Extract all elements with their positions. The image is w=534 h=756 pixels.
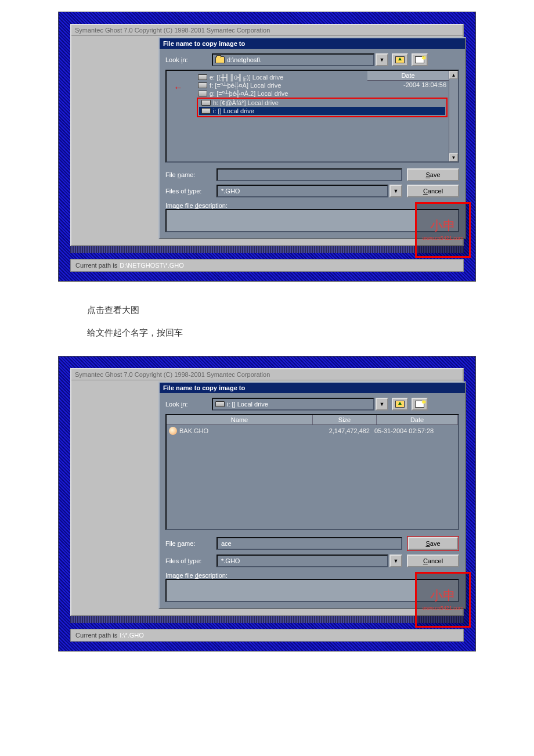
drive-item[interactable]: h: [¢@Àfá°] Local drive	[199, 99, 445, 107]
scroll-up-button[interactable]: ▲	[449, 71, 458, 79]
file-type-combo[interactable]	[217, 555, 388, 567]
gho-file-icon	[169, 427, 177, 435]
file-type-label: Files of type:	[165, 188, 212, 195]
drive-item[interactable]: g: [=º┴þé╬¤À.2] Local drive	[196, 89, 449, 98]
file-type-combo[interactable]	[217, 185, 388, 197]
folder-icon	[215, 56, 225, 63]
caption-2: 给文件起个名字，按回车	[0, 322, 534, 344]
date-column-header[interactable]: Date	[377, 415, 458, 424]
status-bar: Current path is D:\NETGHOST\*.GHO	[70, 259, 464, 272]
file-list-area: ← Date -2004 18:04:56 e: [(╫╢║ú╢╔)] Loca…	[165, 70, 459, 163]
ghost-app-frame-2: Symantec Ghost 7.0 Copyright (C) 1998-20…	[58, 356, 476, 651]
file-name-input[interactable]	[217, 168, 402, 181]
app-title-bar: Symantec Ghost 7.0 Copyright (C) 1998-20…	[71, 25, 463, 36]
new-folder-icon	[415, 401, 424, 408]
file-list-header: Name Size Date	[167, 415, 458, 425]
ghost-app-frame-1: Symantec Ghost 7.0 Copyright (C) 1998-20…	[58, 12, 476, 282]
look-in-combo[interactable]: i: [] Local drive	[212, 398, 374, 411]
file-list-scrollbar[interactable]: ▲ ▼	[449, 71, 458, 161]
file-type-dropdown-button[interactable]: ▼	[389, 555, 402, 567]
status-bar: Current path is I:\*.GHO	[70, 629, 464, 642]
inner-window: Symantec Ghost 7.0 Copyright (C) 1998-20…	[70, 24, 464, 246]
file-name-input[interactable]	[217, 537, 402, 550]
disk-icon	[201, 108, 211, 114]
file-name-label: File name:	[165, 171, 212, 178]
disk-icon	[198, 91, 207, 96]
decorative-divider	[70, 246, 464, 253]
name-column-header[interactable]: Name	[167, 415, 313, 424]
disk-icon	[201, 100, 211, 106]
date-column-header: Date	[367, 71, 449, 81]
annotation-arrow: ←	[174, 82, 183, 93]
status-path: I:\*.GHO	[120, 632, 144, 639]
disk-icon	[215, 401, 225, 407]
size-column-header[interactable]: Size	[313, 415, 377, 424]
watermark-stamp: 小申 www.cn5421.com	[415, 202, 471, 258]
look-in-label: Look in:	[165, 401, 212, 408]
file-row[interactable]: BAK.GHO 2,147,472,482 05-31-2004 02:57:2…	[167, 426, 458, 435]
cancel-button[interactable]: Cancel	[407, 185, 459, 197]
partial-date-value: -2004 18:04:56	[403, 81, 446, 88]
dialog-title: File name to copy image to	[160, 38, 465, 49]
caption-1: 点击查看大图	[0, 299, 534, 322]
look-in-combo[interactable]: d:\netghost\	[212, 53, 374, 66]
annotation-red-box: h: [¢@Àfá°] Local drive i: [] Local driv…	[197, 98, 448, 117]
file-list-area: Name Size Date BAK.GHO 2,147,472,482 05-…	[165, 414, 459, 530]
file-type-dropdown-button[interactable]: ▼	[389, 185, 402, 197]
new-folder-button[interactable]	[412, 53, 428, 66]
disk-icon	[198, 74, 207, 80]
folder-up-icon	[395, 56, 405, 63]
annotation-red-box: Save	[407, 536, 459, 551]
look-in-value: i: [] Local drive	[227, 401, 268, 408]
app-title-bar: Symantec Ghost 7.0 Copyright (C) 1998-20…	[71, 369, 463, 380]
look-in-dropdown-button[interactable]: ▼	[376, 53, 388, 66]
file-type-label: Files of type:	[165, 557, 212, 564]
new-folder-button[interactable]	[412, 398, 428, 411]
file-name-label: File name:	[165, 540, 212, 547]
decorative-divider	[70, 616, 464, 623]
scroll-track[interactable]	[449, 79, 458, 153]
up-folder-button[interactable]	[392, 53, 408, 66]
cancel-button[interactable]: Cancel	[407, 555, 459, 567]
new-folder-icon	[415, 56, 424, 63]
drive-item-selected[interactable]: i: [] Local drive	[199, 107, 445, 115]
inner-window: Symantec Ghost 7.0 Copyright (C) 1998-20…	[70, 368, 464, 616]
scroll-down-button[interactable]: ▼	[449, 153, 458, 161]
save-button[interactable]: Save	[407, 168, 459, 181]
save-button[interactable]: Save	[408, 537, 458, 550]
status-path: D:\NETGHOST\*.GHO	[120, 262, 184, 269]
look-in-dropdown-button[interactable]: ▼	[376, 398, 388, 411]
up-folder-button[interactable]	[392, 398, 408, 411]
look-in-label: Look in:	[165, 56, 212, 63]
watermark-stamp: 小申 www.cn5421.com	[415, 572, 471, 628]
dialog-title: File name to copy image to	[160, 383, 465, 393]
look-in-value: d:\netghost\	[227, 56, 261, 63]
folder-up-icon	[395, 401, 405, 408]
disk-icon	[198, 82, 207, 88]
